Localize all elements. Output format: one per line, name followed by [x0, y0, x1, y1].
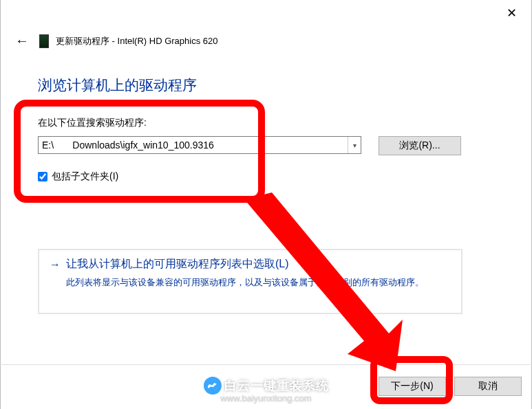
include-subfolders-label: 包括子文件夹(I): [52, 170, 118, 183]
option-description: 此列表将显示与该设备兼容的可用驱动程序，以及与该设备属于同一类别的所有驱动程序。: [66, 276, 451, 289]
option-title: 让我从计算机上的可用驱动程序列表中选取(L): [66, 257, 289, 272]
cancel-button[interactable]: 取消: [454, 377, 522, 396]
watermark-url: www.baiyunxitong.com: [220, 393, 311, 404]
watermark-logo-icon: [204, 377, 222, 395]
chevron-down-icon[interactable]: ▾: [348, 137, 361, 153]
arrow-right-icon: →: [50, 258, 61, 271]
watermark-text: 白云一键重装系统: [224, 377, 329, 394]
page-heading: 浏览计算机上的驱动程序: [38, 76, 197, 95]
next-button[interactable]: 下一步(N): [379, 377, 446, 396]
driver-path-input[interactable]: [39, 137, 348, 153]
close-icon: ✕: [507, 6, 517, 20]
close-button[interactable]: ✕: [504, 7, 518, 21]
watermark: 白云一键重装系统 www.baiyunxitong.com: [0, 377, 532, 404]
include-subfolders-checkbox[interactable]: [38, 172, 47, 181]
back-button[interactable]: ←: [15, 33, 29, 49]
pick-from-list-option[interactable]: → 让我从计算机上的可用驱动程序列表中选取(L) 此列表将显示与该设备兼容的可用…: [38, 249, 462, 314]
dialog-title: 更新驱动程序 - Intel(R) HD Graphics 620: [56, 35, 218, 47]
device-icon: [39, 34, 49, 48]
footer-divider: [0, 364, 532, 365]
dialog-header: ← 更新驱动程序 - Intel(R) HD Graphics 620: [15, 33, 517, 49]
browse-button[interactable]: 浏览(R)...: [379, 136, 461, 155]
include-subfolders-row[interactable]: 包括子文件夹(I): [38, 170, 118, 183]
search-location-label: 在以下位置搜索驱动程序:: [38, 117, 147, 129]
driver-path-combobox[interactable]: ▾: [38, 136, 361, 154]
